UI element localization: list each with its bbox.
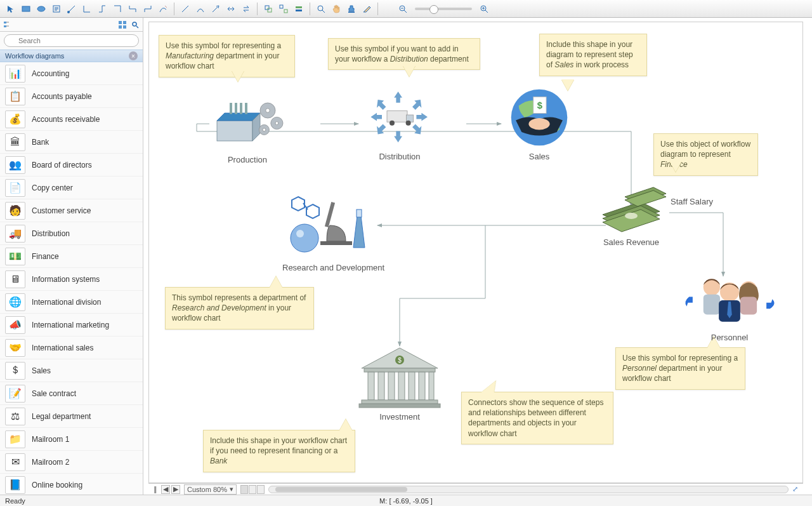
dropdown-icon: ▾: [230, 485, 233, 493]
zoom-slider[interactable]: [415, 8, 472, 10]
ellipse-tool[interactable]: [34, 2, 48, 16]
svg-rect-43: [235, 103, 237, 114]
page-prev-button[interactable]: ◀: [161, 485, 170, 494]
callout-text: Use this symbol if you want to add in yo…: [335, 44, 469, 63]
ungroup-tool[interactable]: [277, 2, 291, 16]
sidebar: Workflow diagrams × 📊Accounting📋Accounts…: [0, 18, 143, 495]
callout-text: This symbol represents a department of R…: [172, 293, 306, 323]
connector-4[interactable]: [110, 2, 124, 16]
library-item[interactable]: 👥Board of directors: [0, 154, 143, 176]
svg-point-49: [275, 122, 278, 125]
node-rnd[interactable]: Research and Development: [282, 190, 384, 272]
library-item[interactable]: ✉Mailroom 2: [0, 451, 143, 474]
library-item[interactable]: 🚚Distribution: [0, 222, 143, 245]
align-tool[interactable]: [292, 2, 306, 16]
page-tabs[interactable]: [240, 485, 265, 494]
library-thumb-icon: 🤝: [5, 339, 25, 357]
page-tab[interactable]: [249, 485, 256, 494]
svg-point-47: [266, 109, 270, 112]
pen-tool[interactable]: [360, 2, 374, 16]
svg-point-69: [291, 224, 318, 252]
double-arrow-tool[interactable]: [224, 2, 238, 16]
page-tab[interactable]: [257, 485, 265, 494]
search-input[interactable]: [4, 34, 139, 47]
library-item[interactable]: 🖥Information systems: [0, 268, 143, 291]
group-tool[interactable]: [261, 2, 275, 16]
connector-2[interactable]: [80, 2, 94, 16]
horizontal-scrollbar[interactable]: [268, 486, 789, 493]
svg-rect-83: [419, 372, 425, 400]
library-item[interactable]: 💵Finance: [0, 245, 143, 268]
svg-rect-13: [284, 10, 287, 13]
svg-rect-44: [240, 103, 242, 114]
grid-view-icon[interactable]: [117, 20, 128, 30]
zoom-out-button[interactable]: [396, 2, 410, 16]
callout-rnd: This symbol represents a department of R…: [165, 287, 314, 330]
library-item-label: Online booking: [32, 481, 82, 489]
library-thumb-icon: 📁: [5, 430, 25, 448]
zoom-tool[interactable]: [314, 2, 328, 16]
svg-rect-52: [387, 111, 407, 123]
pointer-tool[interactable]: [4, 2, 18, 16]
expand-icon[interactable]: ⤢: [792, 485, 798, 493]
node-sales[interactable]: $ Sales: [501, 86, 577, 161]
diagram-canvas[interactable]: Use this symbol for representing a Manuf…: [148, 22, 803, 483]
callout-personnel: Use this symbol for representing a Perso…: [615, 347, 745, 390]
library-item[interactable]: 📄Copy center: [0, 176, 143, 199]
arrow-line-tool[interactable]: [209, 2, 223, 16]
library-item[interactable]: 📊Accounting: [0, 62, 143, 85]
vscroll-grip-icon[interactable]: ‖: [154, 485, 157, 493]
library-thumb-icon: 📊: [5, 65, 25, 83]
library-item-label: Accounts receivable: [32, 115, 100, 124]
library-item[interactable]: 📁Mailroom 1: [0, 428, 143, 451]
zoom-select[interactable]: Custom 80%▾: [184, 484, 237, 495]
swap-tool[interactable]: [239, 2, 253, 16]
svg-rect-86: [359, 404, 440, 408]
line-tool[interactable]: [178, 2, 192, 16]
library-item[interactable]: 🧑Customer service: [0, 199, 143, 222]
library-item-label: International division: [32, 298, 101, 307]
library-item[interactable]: 📣International marketing: [0, 314, 143, 336]
stamp-tool[interactable]: [344, 2, 358, 16]
connector-6[interactable]: [141, 2, 155, 16]
page-tab[interactable]: [240, 485, 248, 494]
globe-handshake-icon: $: [501, 86, 577, 149]
connector-3[interactable]: [95, 2, 109, 16]
library-item[interactable]: 📋Accounts payable: [0, 85, 143, 108]
node-distribution[interactable]: Distribution: [362, 86, 438, 161]
svg-rect-38: [217, 121, 252, 141]
node-investment[interactable]: $ Investment: [355, 346, 444, 422]
library-list: 📊Accounting📋Accounts payable💰Accounts re…: [0, 62, 143, 495]
free-draw-tool[interactable]: [156, 2, 170, 16]
status-coordinates: M: [ -6.69, -9.05 ]: [379, 497, 433, 505]
library-item[interactable]: 📘Online booking: [0, 474, 143, 495]
node-sales-revenue[interactable]: Sales Revenue: [596, 184, 666, 247]
search-toggle-icon[interactable]: [130, 20, 140, 30]
zoom-in-button[interactable]: [477, 2, 491, 16]
node-production[interactable]: Production: [209, 89, 285, 164]
callout-tail: [232, 70, 244, 82]
node-personnel[interactable]: Personnel: [682, 270, 777, 342]
library-item[interactable]: 🌐International division: [0, 291, 143, 314]
pan-tool[interactable]: [329, 2, 343, 16]
svg-point-51: [263, 128, 266, 131]
library-item[interactable]: ＄Sales: [0, 359, 143, 382]
library-item-label: Sales: [32, 366, 51, 375]
curve-tool[interactable]: [193, 2, 207, 16]
library-item[interactable]: 🤝International sales: [0, 336, 143, 359]
close-section-icon[interactable]: ×: [129, 51, 138, 60]
connector-5[interactable]: [126, 2, 140, 16]
library-thumb-icon: 📋: [5, 88, 25, 105]
library-item[interactable]: 🏛Bank: [0, 131, 143, 154]
library-item[interactable]: 💰Accounts receivable: [0, 108, 143, 131]
library-tree-icon[interactable]: [3, 20, 13, 30]
connector-1[interactable]: [65, 2, 79, 16]
rectangle-tool[interactable]: [19, 2, 33, 16]
page-next-button[interactable]: ▶: [171, 485, 180, 494]
library-section-header[interactable]: Workflow diagrams ×: [0, 50, 143, 62]
library-item[interactable]: 📝Sale contract: [0, 382, 143, 405]
library-item[interactable]: ⚖Legal department: [0, 405, 143, 428]
svg-point-55: [406, 121, 411, 126]
text-tool[interactable]: [49, 2, 63, 16]
library-thumb-icon: 📘: [5, 476, 25, 494]
